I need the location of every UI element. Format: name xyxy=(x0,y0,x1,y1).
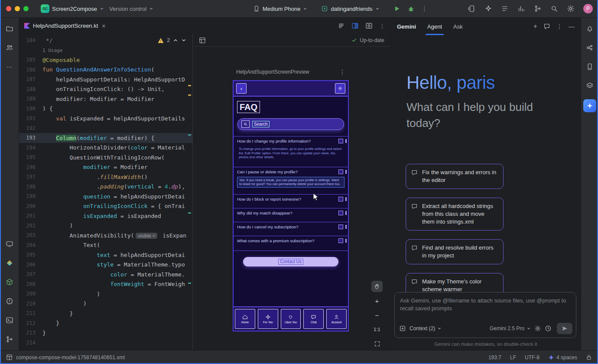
faq-item[interactable]: What comes with a premium subscription? xyxy=(234,236,348,250)
line-number[interactable]: 214 xyxy=(23,340,36,346)
line-number[interactable]: 211 xyxy=(23,310,36,316)
split-view-button[interactable] xyxy=(351,22,359,29)
code-line[interactable]: 203 AnimatedVisibility(visible = isExpan xyxy=(19,231,192,240)
code-line[interactable]: 207 color = MaterialTheme. xyxy=(19,270,192,280)
code-line[interactable]: 191 val isExpanded = helpAndSupportDetai… xyxy=(19,114,192,124)
resource-manager-button[interactable] xyxy=(584,80,595,91)
faq-question-row[interactable]: How do I change my profile information? xyxy=(237,139,344,143)
line-number[interactable]: 204 xyxy=(23,242,36,248)
caret-position[interactable]: 193:7 xyxy=(488,354,501,361)
gemini-prompt-input[interactable]: Ask Gemini, use @filename to attach sour… xyxy=(394,292,576,338)
tab-ask[interactable]: Ask xyxy=(453,18,463,35)
code-line[interactable]: 1 Usage xyxy=(19,46,192,55)
faq-item[interactable]: Can I pause or delete my profile?Yes. If… xyxy=(234,167,348,194)
code-view-button[interactable] xyxy=(338,22,345,29)
gemini-settings-icon[interactable] xyxy=(534,325,541,332)
line-number[interactable]: 199 xyxy=(23,193,36,199)
line-number[interactable]: 190 xyxy=(23,106,36,112)
gemini-suggestion-card[interactable]: Find and resolve build errors in my proj… xyxy=(406,239,504,264)
new-chat-button[interactable]: + xyxy=(533,23,537,30)
profiler-icon[interactable] xyxy=(517,5,525,13)
line-number[interactable]: 189 xyxy=(23,96,36,102)
line-number[interactable]: 197 xyxy=(23,174,36,180)
code-line[interactable]: 189 modifier: Modifier = Modifier xyxy=(19,94,192,104)
expand-icon[interactable] xyxy=(338,211,343,215)
code-line[interactable]: 213} xyxy=(19,328,192,338)
search-icon[interactable] xyxy=(550,5,558,13)
gemini-options-kebab[interactable]: ⋮ xyxy=(556,23,562,29)
code-line[interactable]: 209 ) xyxy=(19,289,192,299)
gemini-toolwindow-button[interactable] xyxy=(583,99,596,112)
line-number[interactable]: 188 xyxy=(23,86,36,92)
inspections-widget[interactable]: 2 xyxy=(158,37,186,43)
code-line[interactable]: 210 ) xyxy=(19,299,192,309)
line-number[interactable]: 184 xyxy=(23,37,36,43)
line-number[interactable]: 192 xyxy=(23,125,36,131)
line-number[interactable]: 209 xyxy=(23,291,36,297)
line-number[interactable]: 186 xyxy=(23,67,36,73)
line-number[interactable]: 210 xyxy=(23,301,36,307)
line-number[interactable]: 193 xyxy=(23,135,36,141)
code-line[interactable]: 206 style = MaterialTheme.typo xyxy=(19,260,192,270)
send-button[interactable] xyxy=(557,323,572,334)
line-number[interactable]: 202 xyxy=(23,223,36,229)
chat-history-icon[interactable] xyxy=(543,23,550,30)
nav-item-likes-you[interactable]: Likes You xyxy=(281,309,301,329)
settings-gear-icon[interactable] xyxy=(567,5,575,13)
faq-item[interactable]: How do I change my profile information?T… xyxy=(234,136,348,167)
faq-answer-selected[interactable]: Yes. If you need a break, you can pause … xyxy=(237,177,344,188)
code-editor[interactable]: 184 */1 Usage185@Composable186fun Questi… xyxy=(19,34,193,350)
device-manager-button[interactable] xyxy=(584,61,595,72)
editor-tab[interactable]: HelpAndSupportScreen.kt × xyxy=(19,18,111,34)
running-devices-button[interactable] xyxy=(4,238,15,250)
faq-question-row[interactable]: Can I pause or delete my profile? xyxy=(237,169,344,174)
nav-item-home[interactable]: Home xyxy=(235,309,255,329)
code-line[interactable]: 196 modifier = Modifier xyxy=(19,162,192,172)
faq-item[interactable]: How do I cancel my subscription? xyxy=(234,222,348,236)
line-number[interactable]: 187 xyxy=(23,76,36,82)
line-number[interactable]: 185 xyxy=(23,57,36,63)
status-file-name[interactable]: compose-compose-model-1758748140651.xml xyxy=(16,354,125,361)
tab-agent[interactable]: Agent xyxy=(427,18,442,35)
code-line[interactable]: 202 ) xyxy=(19,221,192,231)
line-number[interactable]: 198 xyxy=(23,184,36,190)
more-toolwindows-button[interactable]: ⋯ xyxy=(4,61,15,72)
code-line[interactable]: 204 Text( xyxy=(19,240,192,250)
zoom-in-button[interactable]: + xyxy=(371,295,383,306)
code-line[interactable]: 201 isExpanded = isExpanded xyxy=(19,211,192,221)
code-line[interactable]: 211 } xyxy=(19,309,192,318)
code-line[interactable]: 205 text = helpAndSupportDetai xyxy=(19,250,192,260)
zoom-to-fit-button[interactable] xyxy=(371,338,383,349)
editor-options-kebab[interactable]: ⋮ xyxy=(379,23,385,29)
code-line[interactable]: 214 xyxy=(19,338,192,348)
model-selector[interactable]: Gemini 2.5 Pro xyxy=(490,325,531,332)
expand-icon[interactable] xyxy=(338,224,343,229)
line-number[interactable]: 196 xyxy=(23,164,36,170)
project-selector[interactable]: SC Screen2Compose xyxy=(38,3,107,15)
line-number[interactable]: 195 xyxy=(23,154,36,160)
gradle-button[interactable] xyxy=(584,42,595,53)
notifications-button[interactable] xyxy=(584,23,595,34)
code-line[interactable]: 200 onTrailingIconClick = { onTrai xyxy=(19,202,192,211)
line-number[interactable]: 205 xyxy=(23,252,36,258)
run-configuration-selector[interactable]: datingandfriends xyxy=(318,3,382,14)
context-selector[interactable]: Context (2) xyxy=(410,325,442,332)
ai-actions-icon[interactable] xyxy=(484,5,492,13)
attach-context-icon[interactable] xyxy=(399,325,406,332)
code-line[interactable]: 198 .padding(vertical = 4.dp), xyxy=(19,182,192,192)
stripe-info-mark[interactable] xyxy=(188,283,191,284)
code-line[interactable]: 197 .fillMaxWidth() xyxy=(19,172,192,182)
design-view-button[interactable] xyxy=(365,22,373,29)
stripe-warning-mark[interactable] xyxy=(188,85,191,86)
code-line[interactable]: 212 } xyxy=(19,318,192,328)
commit-toolwindow-button[interactable] xyxy=(4,42,15,53)
code-line[interactable]: 199 question = helpAndSupportDetai xyxy=(19,192,192,202)
device-mirroring-icon[interactable] xyxy=(468,5,476,13)
close-tab-icon[interactable]: × xyxy=(102,23,105,29)
line-number[interactable]: 194 xyxy=(23,145,36,151)
nav-item-chat[interactable]: Chat xyxy=(303,309,324,329)
zoom-ratio-button[interactable]: 1:1 xyxy=(371,324,383,335)
gemini-suggestion-card[interactable]: Extract all hardcoded strings from this … xyxy=(406,198,504,231)
preview-layout-toggle-icon[interactable] xyxy=(199,37,206,44)
device-selector[interactable]: Medium Phone xyxy=(250,3,310,14)
